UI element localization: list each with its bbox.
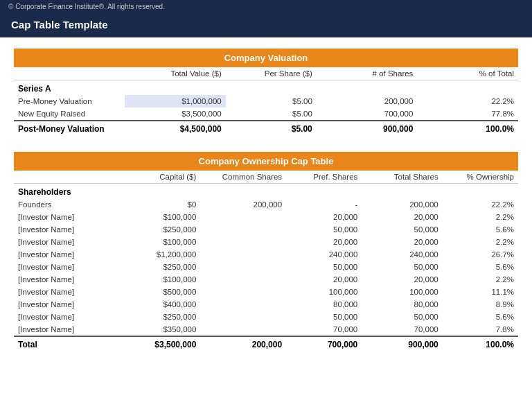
- table-row: [Investor Name] $400,000 80,000 80,000 8…: [14, 298, 518, 311]
- shareholders-text: Shareholders: [14, 184, 518, 199]
- table-row: [Investor Name] $100,000 20,000 20,000 2…: [14, 236, 518, 248]
- cap-col-pref: Pref. Shares: [286, 171, 362, 184]
- row-total-shares: 100,000: [362, 286, 442, 298]
- row-pct: 5.6%: [443, 311, 518, 323]
- row-capital: $100,000: [125, 236, 200, 248]
- row-common: [200, 286, 286, 298]
- valuation-section: Company Valuation Total Value ($) Per Sh…: [14, 49, 518, 137]
- new-equity-shares: 700,000: [317, 107, 418, 121]
- row-label: [Investor Name]: [14, 211, 125, 223]
- cap-col-capital: Capital ($): [125, 171, 200, 184]
- table-row: [Investor Name] $250,000 50,000 50,000 5…: [14, 261, 518, 273]
- row-pct: 2.2%: [443, 236, 518, 248]
- row-pref: 50,000: [286, 261, 362, 273]
- row-common: [200, 323, 286, 336]
- row-pref: 240,000: [286, 248, 362, 261]
- row-total-shares: 20,000: [362, 211, 442, 223]
- row-capital: $1,200,000: [125, 248, 200, 261]
- row-label: [Investor Name]: [14, 236, 125, 248]
- row-label: [Investor Name]: [14, 223, 125, 236]
- copyright-text: © Corporate Finance Institute®. All righ…: [8, 3, 165, 10]
- total-shares: 900,000: [362, 336, 442, 352]
- row-pref: -: [286, 198, 362, 211]
- valuation-table: Company Valuation Total Value ($) Per Sh…: [14, 49, 518, 137]
- new-equity-row: New Equity Raised $3,500,000 $5.00 700,0…: [14, 107, 518, 121]
- pre-money-per-share: $5.00: [226, 95, 317, 107]
- total-pct: 100.0%: [443, 336, 518, 352]
- row-pref: 20,000: [286, 273, 362, 286]
- row-total-shares: 50,000: [362, 261, 442, 273]
- col-num-shares: # of Shares: [317, 67, 418, 80]
- row-common: [200, 273, 286, 286]
- row-common: 200,000: [200, 198, 286, 211]
- row-common: [200, 248, 286, 261]
- row-pct: 5.6%: [443, 261, 518, 273]
- post-money-label: Post-Money Valuation: [14, 121, 125, 137]
- row-total-shares: 20,000: [362, 273, 442, 286]
- row-common: [200, 261, 286, 273]
- row-label: [Investor Name]: [14, 261, 125, 273]
- pre-money-row: Pre-Money Valuation $1,000,000 $5.00 200…: [14, 95, 518, 107]
- row-total-shares: 240,000: [362, 248, 442, 261]
- row-capital: $250,000: [125, 261, 200, 273]
- page-title: Cap Table Template: [11, 19, 107, 31]
- row-label: [Investor Name]: [14, 311, 125, 323]
- row-pref: 80,000: [286, 298, 362, 311]
- post-money-row: Post-Money Valuation $4,500,000 $5.00 90…: [14, 121, 518, 137]
- series-a-text: Series A: [14, 80, 518, 96]
- pre-money-total-value: $1,000,000: [125, 95, 226, 107]
- row-label: Founders: [14, 198, 125, 211]
- row-pref: 50,000: [286, 223, 362, 236]
- row-total-shares: 20,000: [362, 236, 442, 248]
- row-pref: 20,000: [286, 211, 362, 223]
- cap-table-section: Company Ownership Cap Table Capital ($) …: [14, 152, 518, 352]
- header: Cap Table Template: [0, 13, 532, 37]
- row-capital: $100,000: [125, 211, 200, 223]
- row-pref: 20,000: [286, 236, 362, 248]
- total-label: Total: [14, 336, 125, 352]
- row-capital: $0: [125, 198, 200, 211]
- table-row: [Investor Name] $100,000 20,000 20,000 2…: [14, 273, 518, 286]
- table-row: [Investor Name] $250,000 50,000 50,000 5…: [14, 223, 518, 236]
- col-per-share: Per Share ($): [226, 67, 317, 80]
- col-label: [14, 67, 125, 80]
- pre-money-label: Pre-Money Valuation: [14, 95, 125, 107]
- row-total-shares: 80,000: [362, 298, 442, 311]
- row-total-shares: 70,000: [362, 323, 442, 336]
- valuation-header-row: Company Valuation: [14, 49, 518, 67]
- cap-table-header-row: Company Ownership Cap Table: [14, 152, 518, 171]
- row-pct: 8.9%: [443, 298, 518, 311]
- row-common: [200, 223, 286, 236]
- valuation-col-headers: Total Value ($) Per Share ($) # of Share…: [14, 67, 518, 80]
- post-money-total-value: $4,500,000: [125, 121, 226, 137]
- col-pct-total: % of Total: [417, 67, 518, 80]
- post-money-shares: 900,000: [317, 121, 418, 137]
- content-area: Company Valuation Total Value ($) Per Sh…: [0, 37, 532, 379]
- row-label: [Investor Name]: [14, 323, 125, 336]
- row-common: [200, 298, 286, 311]
- row-pct: 5.6%: [443, 223, 518, 236]
- new-equity-label: New Equity Raised: [14, 107, 125, 121]
- pre-money-pct: 22.2%: [417, 95, 518, 107]
- cap-col-label: [14, 171, 125, 184]
- row-pref: 70,000: [286, 323, 362, 336]
- new-equity-pct: 77.8%: [417, 107, 518, 121]
- row-total-shares: 50,000: [362, 223, 442, 236]
- post-money-pct: 100.0%: [417, 121, 518, 137]
- new-equity-per-share: $5.00: [226, 107, 317, 121]
- row-pct: 11.1%: [443, 286, 518, 298]
- cap-col-common: Common Shares: [200, 171, 286, 184]
- row-pref: 100,000: [286, 286, 362, 298]
- cap-table-title: Company Ownership Cap Table: [14, 152, 518, 171]
- row-common: [200, 236, 286, 248]
- row-pct: 22.2%: [443, 198, 518, 211]
- cap-col-total: Total Shares: [362, 171, 442, 184]
- row-common: [200, 311, 286, 323]
- row-label: [Investor Name]: [14, 286, 125, 298]
- row-label: [Investor Name]: [14, 248, 125, 261]
- row-pct: 2.2%: [443, 211, 518, 223]
- total-capital: $3,500,000: [125, 336, 200, 352]
- cap-table: Company Ownership Cap Table Capital ($) …: [14, 152, 518, 352]
- row-pct: 26.7%: [443, 248, 518, 261]
- row-total-shares: 200,000: [362, 198, 442, 211]
